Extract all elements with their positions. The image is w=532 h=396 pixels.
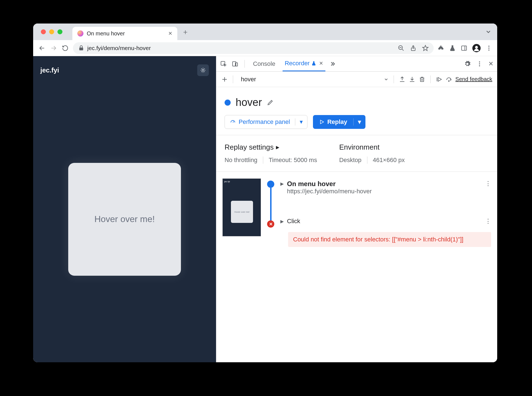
svg-line-39 xyxy=(233,121,234,123)
device-toggle-icon[interactable] xyxy=(232,61,238,67)
tab-title: On menu hover xyxy=(87,30,165,37)
recording-status-dot xyxy=(225,100,231,106)
recorder-settings: Replay settings ▶ No throttling Timeout:… xyxy=(216,135,497,172)
favicon-icon xyxy=(77,30,83,37)
expand-step-icon[interactable]: ▶ xyxy=(280,181,284,186)
svg-marker-7 xyxy=(423,45,428,51)
recording-title: hover xyxy=(236,97,262,108)
recorder-toolbar: hover Send feedback xyxy=(216,72,497,87)
edit-title-icon[interactable] xyxy=(267,99,273,106)
step-over-icon[interactable] xyxy=(446,76,452,83)
web-page: jec.fyi Hover over me! xyxy=(33,56,216,362)
devtools-panel: Console Recorder ✕ ✕ hover xyxy=(216,56,497,362)
tab-strip: On menu hover ✕ ＋ xyxy=(33,24,497,40)
minimize-window-icon[interactable] xyxy=(49,29,54,34)
recording-selector[interactable]: hover xyxy=(241,76,380,83)
performance-dropdown-icon[interactable]: ▾ xyxy=(295,118,307,126)
replay-button[interactable]: Replay ▾ xyxy=(313,115,365,129)
svg-point-11 xyxy=(488,48,489,49)
hover-card-text: Hover over me! xyxy=(94,214,155,224)
svg-rect-32 xyxy=(420,78,424,82)
browser-tab[interactable]: On menu hover ✕ xyxy=(72,27,177,40)
viewport-value: 461×660 px xyxy=(373,157,405,164)
svg-line-4 xyxy=(402,49,404,51)
step-play-icon[interactable] xyxy=(436,76,442,83)
close-tab-recorder-icon[interactable]: ✕ xyxy=(319,60,323,66)
recorder-step[interactable]: ▶ On menu hover https://jec.fyi/demo/men… xyxy=(280,178,491,197)
close-window-icon[interactable] xyxy=(41,29,46,34)
extensions-icon[interactable] xyxy=(438,45,444,51)
browser-menu-icon[interactable] xyxy=(486,45,492,51)
recording-header: hover Performance panel ▾ Rep xyxy=(216,87,497,135)
step-error-message: Could not find element for selectors: [[… xyxy=(288,232,491,247)
step-timeline: ✕ xyxy=(266,178,275,247)
zoom-icon[interactable] xyxy=(398,45,404,51)
replay-dropdown-icon[interactable]: ▾ xyxy=(353,118,365,126)
flask-icon xyxy=(311,61,316,66)
svg-point-12 xyxy=(488,50,489,51)
step-thumbnail: jec.fyi Hover over me! xyxy=(222,178,261,236)
browser-window: On menu hover ✕ ＋ jec.fyi/demo/menu-hove… xyxy=(33,24,497,362)
close-tab-icon[interactable]: ✕ xyxy=(168,30,172,37)
svg-point-13 xyxy=(202,69,204,71)
step-success-dot xyxy=(267,181,274,188)
bookmark-icon[interactable] xyxy=(422,45,429,51)
svg-point-27 xyxy=(479,65,480,66)
throttling-value: No throttling xyxy=(225,157,257,164)
timeout-value: Timeout: 5000 ms xyxy=(269,157,317,164)
replay-settings-heading[interactable]: Replay settings ▶ xyxy=(225,143,317,152)
inspect-icon[interactable] xyxy=(220,61,227,67)
profile-avatar[interactable] xyxy=(472,44,481,52)
step-title: Click xyxy=(287,218,482,225)
tab-recorder[interactable]: Recorder ✕ xyxy=(283,56,325,71)
svg-marker-40 xyxy=(320,120,324,124)
window-controls xyxy=(41,29,62,34)
device-value: Desktop xyxy=(339,157,362,164)
svg-point-38 xyxy=(448,80,449,81)
svg-marker-37 xyxy=(438,77,441,81)
send-feedback-link[interactable]: Send feedback xyxy=(455,76,492,82)
step-error-dot: ✕ xyxy=(267,220,274,228)
tab-console[interactable]: Console xyxy=(251,56,278,71)
add-recording-icon[interactable] xyxy=(221,76,228,83)
delete-icon[interactable] xyxy=(419,76,425,83)
svg-line-19 xyxy=(204,72,205,72)
new-tab-button[interactable]: ＋ xyxy=(182,27,189,37)
step-menu-icon[interactable]: ⋮ xyxy=(485,180,491,187)
forward-button xyxy=(50,44,57,52)
settings-gear-icon[interactable] xyxy=(464,61,471,67)
address-bar[interactable]: jec.fyi/demo/menu-hover xyxy=(73,42,434,54)
back-button[interactable] xyxy=(38,44,46,52)
page-brand: jec.fyi xyxy=(40,66,59,74)
labs-icon[interactable] xyxy=(449,45,456,51)
more-tabs-icon[interactable] xyxy=(330,61,337,67)
share-icon[interactable] xyxy=(410,45,417,51)
svg-line-18 xyxy=(201,69,202,69)
devtools-tab-bar: Console Recorder ✕ ✕ xyxy=(216,56,497,72)
tabs-overflow-icon[interactable] xyxy=(485,28,492,35)
svg-point-25 xyxy=(479,61,480,62)
recorder-steps: jec.fyi Hover over me! ✕ ▶ On menu hover… xyxy=(216,172,497,254)
theme-toggle-button[interactable] xyxy=(197,64,209,76)
svg-line-20 xyxy=(201,72,202,72)
url-text: jec.fyi/demo/menu-hover xyxy=(87,45,151,51)
maximize-window-icon[interactable] xyxy=(57,29,62,34)
import-icon[interactable] xyxy=(409,76,415,83)
gauge-icon xyxy=(230,119,236,125)
play-icon xyxy=(319,119,325,125)
performance-panel-button[interactable]: Performance panel ▾ xyxy=(225,115,307,129)
step-menu-icon[interactable]: ⋮ xyxy=(485,218,491,225)
step-url: https://jec.fyi/demo/menu-hover xyxy=(287,188,482,195)
reload-button[interactable] xyxy=(61,44,69,52)
panel-icon[interactable] xyxy=(461,45,467,51)
devtools-menu-icon[interactable] xyxy=(476,61,483,67)
expand-step-icon[interactable]: ▶ xyxy=(280,219,284,224)
export-icon[interactable] xyxy=(399,76,405,83)
close-devtools-icon[interactable]: ✕ xyxy=(488,60,493,67)
lock-icon xyxy=(78,45,85,51)
chevron-down-icon[interactable] xyxy=(384,77,389,82)
svg-rect-2 xyxy=(79,48,83,50)
hover-card[interactable]: Hover over me! xyxy=(68,163,181,276)
recorder-step[interactable]: ▶ Click ⋮ xyxy=(280,216,491,226)
environment-heading: Environment xyxy=(339,143,405,152)
